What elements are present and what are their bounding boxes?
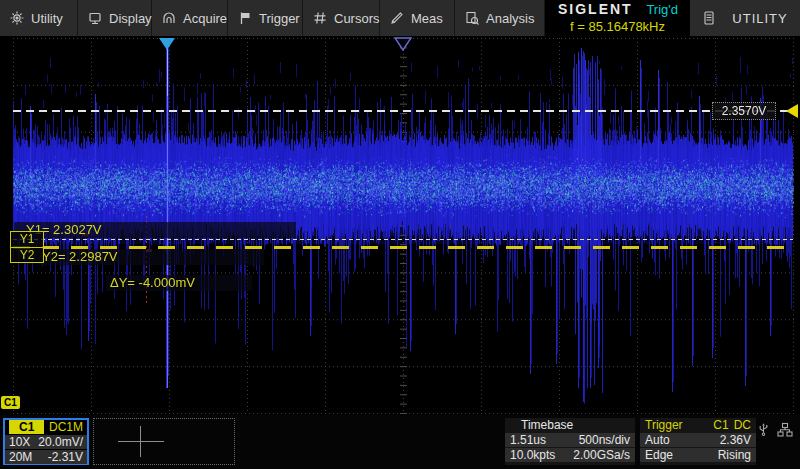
gear-icon — [10, 11, 24, 25]
channel-probe: 10X — [9, 435, 30, 449]
channel-scale: 20.0mV/ — [38, 435, 83, 449]
cursor-delta-readout: ΔY= -4.000mV — [106, 275, 252, 291]
menu-item-utility[interactable]: Utility — [0, 0, 78, 36]
menu-item-analysis[interactable]: Analysis — [455, 0, 545, 36]
menu-item-label: Analysis — [486, 11, 534, 26]
menu-bar: Utility Display Acquire Trigger Cur — [0, 0, 800, 36]
timebase-points: 10.0kpts — [510, 448, 555, 462]
menu-item-cursors[interactable]: Cursors — [303, 0, 380, 36]
cursor-y2-readout: Y2= 2.2987V — [38, 249, 264, 265]
trigger-descriptor[interactable]: Trigger C1 DC Auto 2.36V Edge Rising — [640, 418, 756, 465]
menu-item-label: Utility — [31, 11, 63, 26]
channel1-descriptor[interactable]: C1 DC1M 10X 20.0mV/ 20M -2.31V — [3, 418, 89, 465]
menu-item-meas[interactable]: Meas — [380, 0, 455, 36]
usb-icon[interactable] — [756, 422, 771, 438]
display-icon — [88, 11, 102, 25]
trigger-mode: Auto — [645, 433, 670, 447]
trigger-type: Edge — [645, 448, 673, 462]
trigger-coupling: DC — [734, 418, 751, 432]
oscilloscope-screen: Utility Display Acquire Trigger Cur — [0, 0, 800, 469]
trigger-source: C1 — [713, 418, 728, 432]
channel-position-marker[interactable]: C1 — [1, 396, 20, 409]
cursors-icon — [313, 11, 327, 25]
brand-status-block: SIGLENT Trig'd f = 85.16478kHz — [545, 0, 690, 36]
siglent-logo: SIGLENT — [545, 1, 633, 17]
cursor-y1-readout: Y1= 2.3027V — [14, 222, 296, 238]
menu-item-display[interactable]: Display — [78, 0, 152, 36]
timebase-delay: 1.51us — [510, 433, 546, 447]
menu-item-label: Acquire — [183, 11, 227, 26]
cursor-y1-line[interactable] — [13, 239, 793, 240]
utility-panel-icon — [702, 11, 716, 25]
trigger-slope: Rising — [718, 448, 751, 462]
status-bar: C1 DC1M 10X 20.0mV/ 20M -2.31V Timebase … — [0, 415, 800, 469]
flag-icon — [238, 11, 252, 25]
trigger-position-marker[interactable] — [393, 37, 413, 51]
analysis-icon — [465, 11, 479, 25]
cursor-tag-y2[interactable]: Y2 — [11, 247, 43, 262]
crosshair-icon — [118, 441, 164, 442]
channel-name-badge: C1 — [9, 420, 44, 434]
crosshair-icon — [140, 426, 141, 457]
utility-panel-label: UTILITY — [732, 11, 787, 26]
menu-item-label: Display — [109, 11, 152, 26]
trigger-level-arrow[interactable] — [786, 104, 798, 118]
trigger-level-line[interactable] — [13, 110, 793, 112]
channel-offset: -2.31V — [48, 450, 83, 464]
trigger-level: 2.36V — [720, 433, 751, 447]
trigger-delay-marker[interactable] — [159, 38, 175, 50]
menu-item-acquire[interactable]: Acquire — [152, 0, 228, 36]
lan-icon[interactable] — [777, 422, 793, 438]
menu-item-utility-panel[interactable]: UTILITY — [690, 0, 800, 36]
cursor-tag-box[interactable]: Y1 Y2 — [10, 231, 44, 263]
empty-descriptor-slot[interactable] — [93, 418, 235, 465]
menu-item-label: Trigger — [259, 11, 300, 26]
timebase-descriptor[interactable]: Timebase 1.51us 500ns/div 10.0kpts 2.00G… — [505, 418, 635, 465]
timebase-samplerate: 2.00GSa/s — [573, 448, 630, 462]
menu-item-label: Meas — [411, 11, 443, 26]
trigger-title: Trigger — [645, 418, 683, 432]
cursor-tag-y1[interactable]: Y1 — [11, 232, 43, 247]
frequency-counter: f = 85.16478kHz — [545, 18, 690, 36]
pencil-icon — [390, 11, 404, 25]
waveform-display: 2.3570V Y1= 2.3027V Y2= 2.2987V ΔY= -4.0… — [0, 36, 800, 415]
channel-bandwidth: 20M — [9, 450, 32, 464]
trigger-status-badge: Trig'd — [646, 2, 690, 17]
menu-item-label: Cursors — [334, 11, 380, 26]
acquire-icon — [162, 11, 176, 25]
timebase-scale: 500ns/div — [579, 433, 630, 447]
trigger-level-label: 2.3570V — [712, 102, 776, 120]
menu-item-trigger[interactable]: Trigger — [228, 0, 303, 36]
timebase-title: Timebase — [505, 418, 635, 432]
channel-coupling: DC1M — [49, 420, 83, 434]
